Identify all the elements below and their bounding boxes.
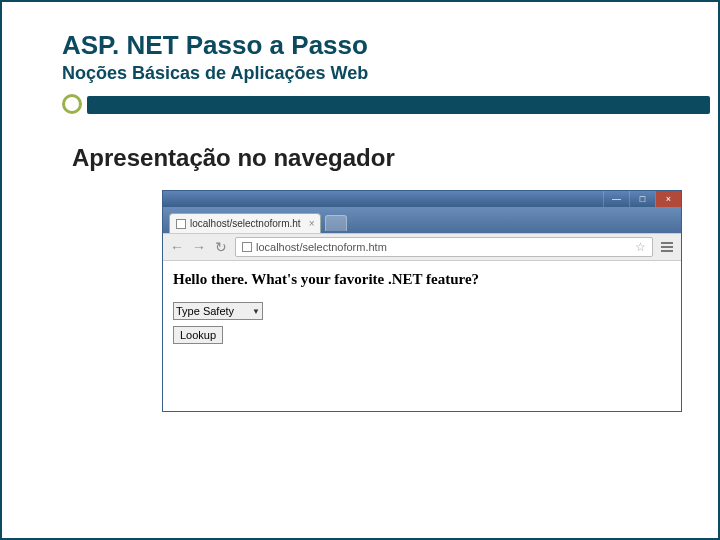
new-tab-button[interactable]: [325, 215, 347, 231]
section-heading: Apresentação no navegador: [72, 144, 680, 172]
tab-label: localhost/selectnoform.ht: [190, 218, 301, 229]
forward-button[interactable]: →: [191, 239, 207, 255]
select-value: Type Safety: [176, 305, 234, 317]
lookup-button[interactable]: Lookup: [173, 326, 223, 344]
bookmark-star-icon[interactable]: ☆: [635, 240, 646, 254]
reload-button[interactable]: ↻: [213, 239, 229, 255]
bullet-icon: [62, 94, 82, 114]
browser-tab[interactable]: localhost/selectnoform.ht ×: [169, 213, 321, 233]
globe-icon: [242, 242, 252, 252]
minimize-button[interactable]: —: [603, 191, 629, 207]
tab-strip: localhost/selectnoform.ht ×: [163, 207, 681, 233]
tab-close-icon[interactable]: ×: [309, 218, 315, 229]
window-titlebar: — □ ×: [163, 191, 681, 207]
back-button[interactable]: ←: [169, 239, 185, 255]
browser-window: — □ × localhost/selectnoform.ht × ← → ↻ …: [162, 190, 682, 412]
feature-select[interactable]: Type Safety ▼: [173, 302, 263, 320]
url-text: localhost/selectnoform.htm: [256, 241, 631, 253]
close-button[interactable]: ×: [655, 191, 681, 207]
favicon-icon: [176, 219, 186, 229]
menu-icon[interactable]: [659, 240, 675, 254]
divider-bar: [62, 88, 680, 124]
page-heading: Hello there. What's your favorite .NET f…: [173, 271, 671, 288]
slide-subtitle: Noções Básicas de Aplicações Web: [62, 63, 680, 84]
page-content: Hello there. What's your favorite .NET f…: [163, 261, 681, 411]
slide-title: ASP. NET Passo a Passo: [62, 30, 680, 61]
chevron-down-icon: ▼: [252, 307, 260, 316]
maximize-button[interactable]: □: [629, 191, 655, 207]
address-bar[interactable]: localhost/selectnoform.htm ☆: [235, 237, 653, 257]
browser-toolbar: ← → ↻ localhost/selectnoform.htm ☆: [163, 233, 681, 261]
